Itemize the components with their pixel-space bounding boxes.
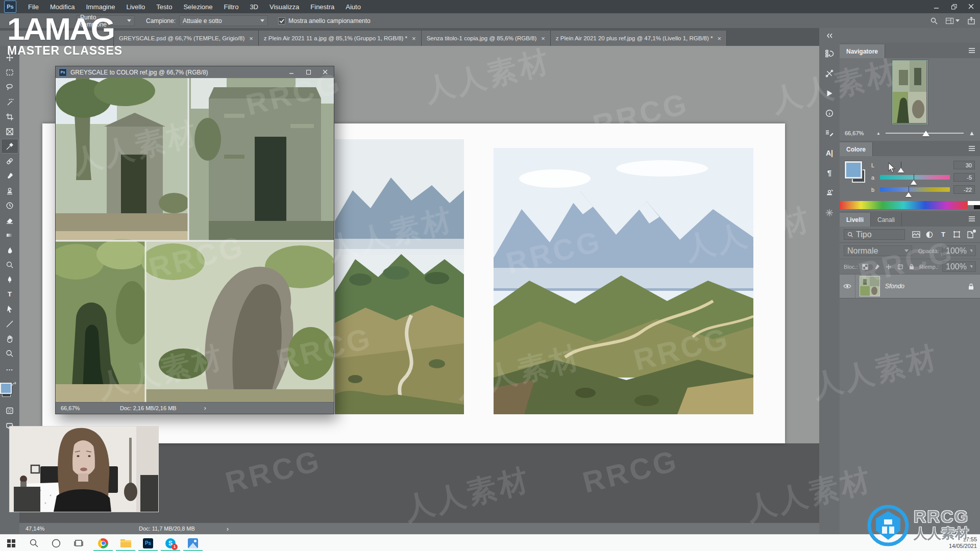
menu-immagine[interactable]: Immagine: [80, 0, 120, 13]
taskbar-skype-button[interactable]: S 1: [159, 535, 182, 551]
status-chevron-icon[interactable]: ›: [227, 525, 229, 533]
menu-aiuto[interactable]: Aiuto: [340, 0, 366, 13]
panel-brush-settings-button[interactable]: [819, 123, 840, 143]
panel-actions-button[interactable]: [819, 83, 840, 103]
menu-finestra[interactable]: Finestra: [305, 0, 340, 13]
workspace-switcher[interactable]: [946, 18, 960, 24]
hand-tool[interactable]: [1, 331, 18, 346]
floating-window-titlebar[interactable]: Ps GREYSCALE to COLOR ref.jpg @ 66,7% (R…: [56, 66, 334, 79]
type-tool[interactable]: T: [1, 287, 18, 302]
navigator-thumbnail[interactable]: [892, 60, 928, 124]
lab-a-value[interactable]: -5: [953, 173, 975, 182]
panel-info-button[interactable]: [819, 103, 840, 123]
panel-tool-presets-button[interactable]: [819, 63, 840, 83]
filter-type-layers-button[interactable]: T: [938, 230, 949, 240]
document-tab-plein-air-11a[interactable]: z Plein Air 2021 11 a.jpg @ 85,1% (Grupp…: [259, 31, 422, 46]
lock-position-button[interactable]: [885, 263, 893, 271]
panel-clone-source-button[interactable]: [819, 183, 840, 203]
close-button[interactable]: [963, 0, 980, 13]
spectrum-corner-swatch[interactable]: [974, 201, 980, 205]
tab-close-icon[interactable]: ×: [249, 35, 253, 42]
layer-thumbnail[interactable]: [860, 276, 880, 296]
menu-visualizza[interactable]: Visualizza: [264, 0, 305, 13]
layer-visibility-toggle[interactable]: [840, 274, 855, 298]
panel-styles-button[interactable]: [819, 203, 840, 222]
path-selection-tool[interactable]: [1, 302, 18, 316]
filter-shape-layers-button[interactable]: [951, 230, 963, 240]
sample-point-preset-select[interactable]: Punto campione: [77, 15, 135, 26]
filter-adjustment-layers-button[interactable]: [924, 230, 936, 240]
frame-tool[interactable]: [1, 124, 18, 139]
status-chevron-icon[interactable]: ›: [204, 405, 206, 412]
move-tool[interactable]: [1, 50, 18, 65]
navigator-slider-thumb[interactable]: [922, 131, 929, 136]
restore-button[interactable]: [945, 0, 963, 13]
spectrum-black-swatch[interactable]: [974, 205, 980, 209]
panel-paragraph-button[interactable]: ¶: [819, 163, 840, 183]
marquee-tool[interactable]: [1, 65, 18, 80]
tab-close-icon[interactable]: ×: [717, 35, 721, 42]
search-icon[interactable]: [930, 17, 938, 24]
edit-toolbar-button[interactable]: ...: [1, 361, 18, 375]
zoom-in-mountain-icon[interactable]: ▲: [969, 130, 975, 137]
menu-modifica[interactable]: Modifica: [44, 0, 80, 13]
zoom-tool[interactable]: [1, 346, 18, 361]
taskbar-chrome-button[interactable]: [92, 535, 114, 551]
show-sampling-ring-checkbox[interactable]: [278, 17, 285, 24]
tab-canali[interactable]: Canali: [871, 213, 902, 227]
clone-stamp-tool[interactable]: [1, 183, 18, 198]
layer-row-sfondo[interactable]: Sfondo: [840, 274, 980, 298]
taskbar-photos-button[interactable]: [182, 535, 204, 551]
lock-pixels-button[interactable]: [873, 263, 881, 271]
document-tab-greyscale-psd[interactable]: GREYSCALE.psd @ 66,7% (TEMPLE, Grigio/8)…: [114, 31, 259, 46]
filter-pixel-layers-button[interactable]: [911, 230, 922, 240]
eraser-tool[interactable]: [1, 213, 18, 228]
document-tab-plein-air-20[interactable]: z Plein Air 2021 20 plus ref.jpg @ 47,1%…: [551, 31, 727, 46]
panel-menu-icon[interactable]: [968, 216, 975, 221]
gradient-tool[interactable]: [1, 228, 18, 242]
spectrum-white-swatch[interactable]: [968, 201, 974, 205]
menu-selezione[interactable]: Selezione: [178, 0, 218, 13]
floating-window-canvas[interactable]: [56, 78, 334, 403]
taskbar-search-button[interactable]: [22, 535, 45, 551]
zoom-out-mountain-icon[interactable]: ▲: [876, 131, 880, 136]
pen-tool[interactable]: [1, 272, 18, 287]
opacity-field[interactable]: 100%: [942, 245, 976, 256]
share-icon[interactable]: [968, 17, 975, 24]
foreground-color-swatch[interactable]: [0, 383, 12, 394]
lab-b-value[interactable]: -22: [953, 185, 975, 194]
navigator-zoom-field[interactable]: 66,67%: [845, 130, 871, 136]
foreground-color-swatch[interactable]: [845, 161, 862, 179]
panel-menu-icon[interactable]: [968, 48, 975, 53]
menu-3d[interactable]: 3D: [244, 0, 264, 13]
lab-b-slider[interactable]: [880, 187, 950, 192]
floating-zoom-field[interactable]: 66,67%: [61, 405, 90, 411]
start-button[interactable]: [0, 535, 22, 551]
history-brush-tool[interactable]: [1, 198, 18, 213]
quick-mask-button[interactable]: [1, 403, 18, 418]
lab-l-thumb[interactable]: [898, 168, 904, 172]
maximize-button[interactable]: [300, 66, 317, 78]
lab-b-thumb[interactable]: [905, 192, 912, 197]
zoom-level-field[interactable]: 47,14%: [26, 525, 72, 532]
menu-livello[interactable]: Livello: [120, 0, 151, 13]
lab-l-value[interactable]: 30: [953, 161, 975, 169]
close-button[interactable]: [317, 66, 334, 78]
panel-character-button[interactable]: A|: [819, 143, 840, 163]
campione-select[interactable]: Attuale e sotto: [179, 15, 268, 26]
color-spectrum-gradient[interactable]: [840, 201, 968, 209]
document-tab-senza-titolo[interactable]: Senza titolo-1 copia.jpg @ 85,6% (RGB/8)…: [422, 31, 551, 46]
magic-wand-tool[interactable]: [1, 94, 18, 109]
cortana-button[interactable]: [45, 535, 67, 551]
document-tab-hidden[interactable]: [0, 31, 114, 46]
tab-close-icon[interactable]: ×: [412, 35, 416, 42]
blend-mode-select[interactable]: Normale: [844, 245, 912, 256]
photoshop-app-icon[interactable]: Ps: [4, 1, 16, 13]
brush-tool[interactable]: [1, 168, 18, 183]
smudge-tool[interactable]: [1, 242, 18, 257]
swap-colors-icon[interactable]: [11, 382, 17, 387]
lock-transparency-button[interactable]: [862, 263, 870, 271]
layer-filter-type-select[interactable]: Tipo: [844, 229, 905, 240]
tab-navigatore[interactable]: Navigatore: [840, 44, 885, 58]
taskbar-photoshop-button[interactable]: Ps: [137, 535, 159, 551]
